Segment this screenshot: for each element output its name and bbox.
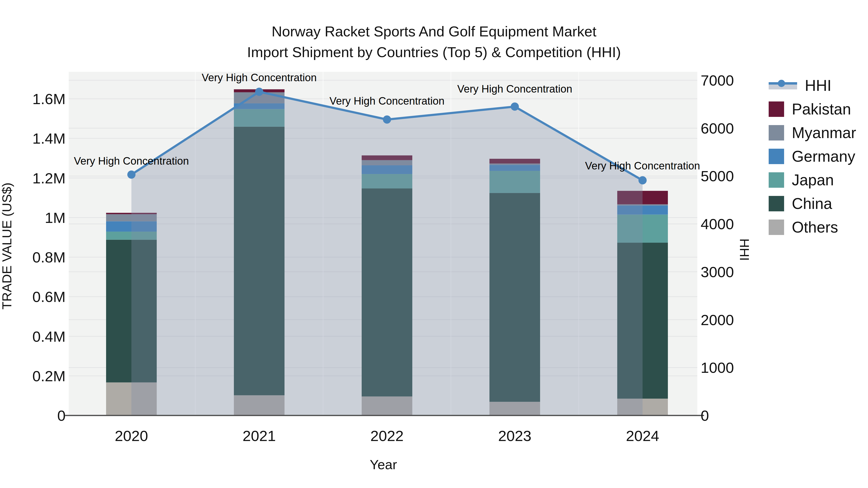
legend-label: HHI (805, 77, 831, 94)
annotation-2021: Very High Concentration (202, 72, 317, 84)
hhi-point-2024[interactable] (639, 176, 647, 184)
x-tick-2024: 2024 (626, 427, 659, 444)
y-left-tick: 1.4M (32, 130, 66, 147)
x-axis-title: Year (69, 457, 698, 472)
hhi-point-2021[interactable] (255, 88, 263, 96)
japan-swatch (769, 172, 784, 188)
myanmar-swatch (769, 125, 784, 140)
annotation-2020: Very High Concentration (74, 155, 189, 167)
legend-item-hhi: HHI (769, 74, 856, 97)
y-right-tick: 0 (701, 407, 709, 424)
legend-label: Germany (792, 148, 855, 165)
y-left-tick: 1.6M (32, 91, 66, 107)
y-right-tick: 5000 (701, 168, 734, 184)
x-tick-2021: 2021 (243, 427, 276, 444)
chart-title: Norway Racket Sports And Golf Equipment … (0, 21, 868, 63)
y-left-tick: 0.8M (32, 249, 66, 266)
legend-label: Others (792, 218, 838, 236)
legend-item-others: Others (769, 216, 856, 239)
chart-title-line1: Norway Racket Sports And Golf Equipment … (0, 21, 868, 42)
y-left-tick: 0.2M (32, 368, 66, 384)
legend: HHI Pakistan Myanmar Germany Japan China… (769, 74, 856, 239)
chart-title-line2: Import Shipment by Countries (Top 5) & C… (0, 42, 868, 63)
hhi-line-swatch (769, 78, 797, 93)
y-right-tick: 6000 (701, 120, 734, 137)
y-right-tick: 3000 (701, 264, 734, 280)
legend-label: Pakistan (792, 100, 851, 118)
y-axis-left-title: TRADE VALUE (US$) (0, 162, 14, 330)
annotation-2022: Very High Concentration (330, 95, 444, 107)
chart-page: Very High ConcentrationVery High Concent… (0, 0, 868, 488)
legend-item-pakistan: Pakistan (769, 97, 856, 121)
legend-label: Japan (792, 171, 834, 189)
y-axis-right-title: HHI (737, 214, 752, 286)
hhi-point-2023[interactable] (511, 102, 519, 110)
legend-item-myanmar: Myanmar (769, 121, 856, 144)
hhi-area (131, 92, 643, 416)
y-right-tick: 7000 (701, 72, 734, 89)
germany-swatch (769, 149, 784, 164)
y-right-tick: 4000 (701, 216, 734, 232)
x-tick-2023: 2023 (498, 427, 531, 444)
x-tick-2022: 2022 (370, 427, 404, 444)
y-right-tick: 1000 (701, 359, 734, 376)
hhi-point-2022[interactable] (383, 116, 391, 124)
legend-label: China (792, 195, 832, 213)
y-left-tick: 1M (45, 209, 66, 226)
y-left-tick: 0 (57, 407, 66, 424)
legend-item-japan: Japan (769, 168, 856, 192)
legend-item-china: China (769, 192, 856, 216)
annotation-2023: Very High Concentration (457, 83, 572, 95)
x-tick-2020: 2020 (115, 427, 148, 444)
y-right-tick: 2000 (701, 312, 734, 328)
pakistan-swatch (769, 101, 784, 117)
legend-item-germany: Germany (769, 144, 856, 168)
y-left-tick: 0.4M (32, 328, 66, 345)
hhi-marker-sample (778, 80, 785, 87)
legend-label: Myanmar (792, 124, 856, 142)
annotation-2024: Very High Concentration (585, 160, 700, 171)
others-swatch (769, 220, 784, 235)
hhi-point-2020[interactable] (127, 170, 135, 178)
y-left-tick: 1.2M (32, 170, 66, 187)
china-swatch (769, 196, 784, 212)
y-left-tick: 0.6M (32, 289, 66, 305)
